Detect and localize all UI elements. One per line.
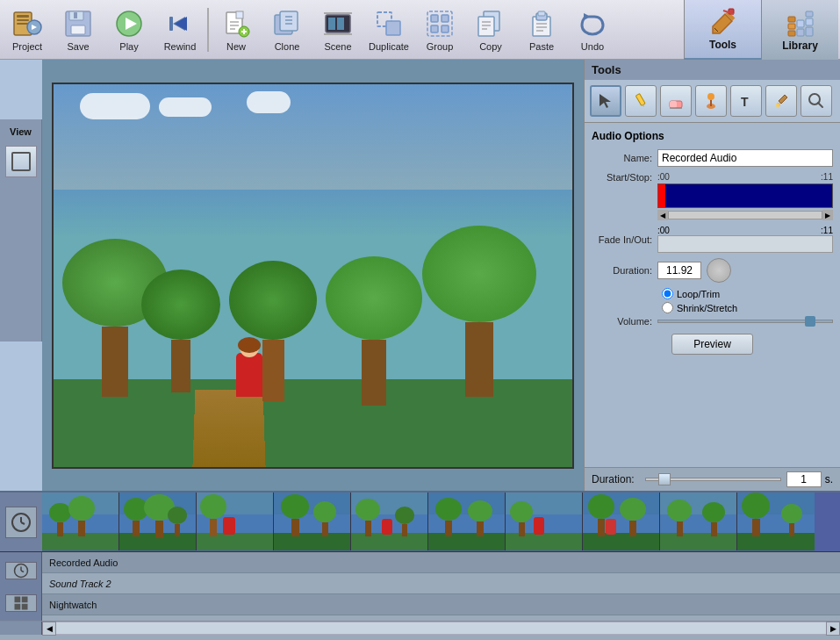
track-controls-left bbox=[0, 552, 42, 621]
fade-row: Fade In/Out: :00 :11 bbox=[592, 226, 833, 253]
toolbar-save-btn[interactable]: Save bbox=[53, 4, 104, 56]
audio-name-input[interactable] bbox=[657, 149, 833, 167]
svg-rect-59 bbox=[788, 17, 795, 22]
toolbar-undo-btn[interactable]: Undo bbox=[567, 4, 618, 56]
duration-bar-input[interactable] bbox=[786, 471, 822, 487]
clone-label: Clone bbox=[275, 41, 300, 52]
toolbar-copy-btn[interactable]: Copy bbox=[465, 4, 516, 56]
duration-option-label: Duration: bbox=[592, 265, 657, 276]
svg-text:T: T bbox=[741, 95, 749, 109]
duration-bar-row: Duration: s. bbox=[585, 467, 840, 491]
scrollbar-right-btn[interactable]: ▶ bbox=[826, 622, 840, 636]
timeline-left-arrow[interactable]: ◀ bbox=[657, 210, 668, 220]
toolbar-new-btn[interactable]: New bbox=[211, 4, 262, 56]
library-tab-icon bbox=[785, 8, 816, 40]
toolbar-project-btn[interactable]: Project bbox=[2, 4, 53, 56]
film-frame-1[interactable] bbox=[42, 493, 119, 550]
toolbar-clone-btn[interactable]: Clone bbox=[262, 4, 312, 56]
timeline-right-arrow[interactable]: ▶ bbox=[822, 210, 833, 220]
film-frame-8[interactable] bbox=[583, 493, 660, 550]
svg-rect-12 bbox=[169, 17, 173, 31]
timeline-end: :11 bbox=[821, 172, 833, 182]
duration-unit: s. bbox=[825, 473, 833, 485]
grid-track-btn[interactable] bbox=[5, 594, 37, 612]
toolbar-rewind-btn[interactable]: Rewind bbox=[154, 4, 205, 56]
tree-2 bbox=[141, 270, 220, 392]
duration-value-input[interactable] bbox=[657, 262, 701, 279]
svg-rect-58 bbox=[788, 24, 795, 29]
film-frame-7[interactable] bbox=[506, 493, 583, 550]
shrink-stretch-radio[interactable] bbox=[662, 302, 673, 313]
view-single-btn[interactable] bbox=[5, 146, 37, 177]
track-row-3: Nightwatch bbox=[42, 594, 840, 615]
timeline-marker bbox=[658, 184, 665, 207]
film-frame-2[interactable] bbox=[119, 493, 197, 550]
audio-options-title: Audio Options bbox=[592, 130, 833, 142]
volume-slider[interactable] bbox=[657, 320, 833, 323]
tools-tab[interactable]: Tools bbox=[684, 0, 761, 60]
film-frame-6[interactable] bbox=[428, 493, 506, 550]
duration-option-row: Duration: bbox=[592, 258, 833, 283]
start-stop-bar[interactable] bbox=[657, 183, 833, 208]
fade-bar[interactable] bbox=[657, 235, 833, 253]
toolbar-scene-btn[interactable]: Scene bbox=[312, 4, 363, 56]
timeline-scroll-track[interactable] bbox=[668, 211, 822, 219]
clock-btn[interactable] bbox=[5, 507, 37, 538]
loop-trim-row: Loop/Trim bbox=[662, 288, 833, 299]
fade-label: Fade In/Out: bbox=[592, 234, 657, 245]
toolbar-group-btn[interactable]: Group bbox=[414, 4, 465, 56]
paint-tool-btn[interactable] bbox=[695, 85, 727, 117]
svg-rect-88 bbox=[14, 603, 20, 609]
volume-label: Volume: bbox=[592, 316, 657, 327]
magnify-tool-btn[interactable] bbox=[801, 85, 832, 117]
svg-rect-48 bbox=[538, 11, 545, 16]
svg-rect-8 bbox=[71, 25, 85, 34]
scene-icon bbox=[322, 8, 354, 40]
toolbar-paste-btn[interactable]: Paste bbox=[516, 4, 567, 56]
svg-rect-35 bbox=[386, 21, 400, 35]
duration-bar-slider[interactable] bbox=[645, 478, 781, 481]
loop-trim-radio[interactable] bbox=[662, 288, 673, 299]
scrollbar-track[interactable] bbox=[56, 622, 826, 635]
text-tool-btn[interactable]: T bbox=[730, 85, 762, 117]
group-icon bbox=[424, 8, 456, 40]
select-tool-btn[interactable] bbox=[590, 85, 621, 117]
eyedropper-tool-btn[interactable] bbox=[765, 85, 797, 117]
shrink-stretch-row: Shrink/Stretch bbox=[662, 302, 833, 313]
eraser-tool-btn[interactable] bbox=[660, 85, 692, 117]
toolbar-duplicate-btn[interactable]: Duplicate bbox=[363, 4, 414, 56]
film-frame-9[interactable] bbox=[660, 493, 737, 550]
project-label: Project bbox=[12, 41, 42, 52]
volume-row: Volume: bbox=[592, 316, 833, 327]
library-tab[interactable]: Library bbox=[761, 0, 838, 60]
svg-rect-31 bbox=[337, 18, 344, 30]
audio-options-panel: Audio Options Name: Start/Stop: :00 :11 bbox=[585, 123, 840, 467]
svg-line-85 bbox=[21, 571, 24, 572]
svg-rect-65 bbox=[12, 153, 30, 170]
bottom-panel: Recorded Audio Sound Track 2 Nightwatch … bbox=[0, 491, 840, 640]
film-frame-3[interactable] bbox=[197, 493, 274, 550]
view-panel: View bbox=[0, 119, 42, 342]
film-frame-4[interactable] bbox=[274, 493, 351, 550]
tree-5 bbox=[422, 226, 536, 397]
tool-buttons-row: T bbox=[585, 80, 840, 123]
name-label: Name: bbox=[592, 153, 657, 163]
track-row-1: Recorded Audio bbox=[42, 552, 840, 573]
new-label: New bbox=[226, 41, 246, 52]
rewind-label: Rewind bbox=[164, 41, 197, 52]
pencil-tool-btn[interactable] bbox=[625, 85, 657, 117]
clock-track-btn[interactable] bbox=[5, 562, 37, 579]
film-frame-10[interactable] bbox=[737, 493, 815, 550]
tracks-row: Recorded Audio Sound Track 2 Nightwatch bbox=[0, 552, 840, 621]
fade-end: :11 bbox=[821, 226, 833, 235]
film-frame-5[interactable] bbox=[351, 493, 428, 550]
toolbar-play-btn[interactable]: Play bbox=[104, 4, 154, 56]
scrollbar-left-spacer bbox=[0, 622, 42, 635]
filmstrip-left-ctrl bbox=[0, 493, 42, 551]
scrollbar-left-btn[interactable]: ◀ bbox=[42, 622, 56, 636]
svg-marker-52 bbox=[584, 13, 591, 20]
duration-bar-label: Duration: bbox=[592, 473, 635, 485]
svg-rect-67 bbox=[635, 94, 645, 106]
preview-button[interactable]: Preview bbox=[671, 334, 753, 355]
play-icon bbox=[113, 8, 145, 40]
